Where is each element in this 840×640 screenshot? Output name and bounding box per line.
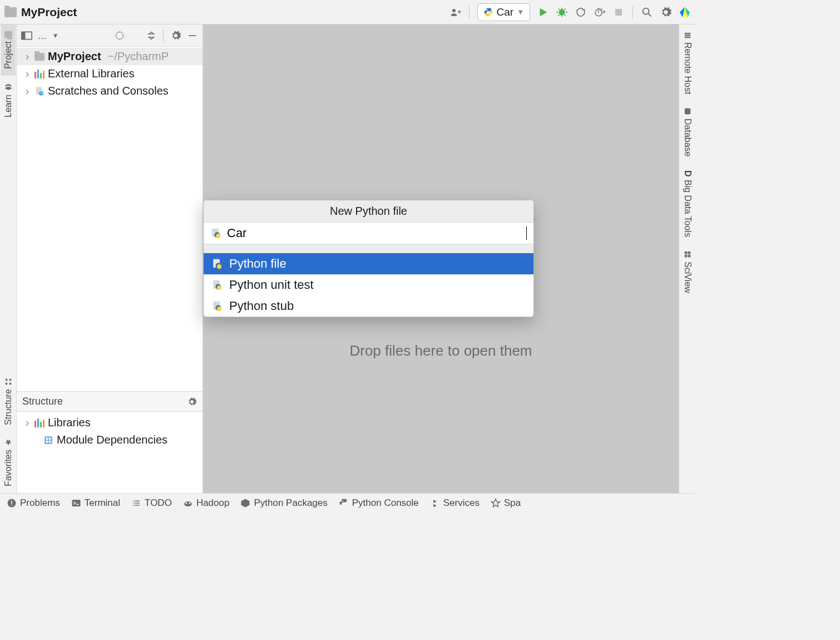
gutter-label: Structure — [3, 389, 13, 425]
gutter-tab-sciview[interactable]: SciView — [680, 244, 695, 300]
gutter-tab-favorites[interactable]: Favorites — [1, 432, 16, 493]
bottom-hadoop[interactable]: Hadoop — [183, 498, 230, 509]
big-data-icon: D — [683, 170, 693, 177]
run-config-selector[interactable]: Car ▼ — [477, 3, 531, 21]
project-tree: › MyProject ~/PycharmP › External Librar… — [17, 47, 202, 391]
bottom-services[interactable]: Services — [430, 498, 480, 509]
view-mode-label[interactable]: ... — [38, 29, 47, 42]
svg-rect-39 — [688, 255, 690, 258]
bottom-todo[interactable]: TODO — [131, 498, 172, 509]
gear-icon[interactable] — [170, 30, 181, 41]
remote-icon — [684, 31, 691, 39]
chevron-right-icon[interactable]: › — [23, 50, 31, 63]
chevron-right-icon[interactable]: › — [23, 85, 31, 97]
tree-label: Libraries — [48, 416, 91, 429]
tree-label: Scratches and Consoles — [48, 85, 169, 97]
breadcrumb-project[interactable]: MyProject — [21, 6, 77, 19]
gutter-tab-learn[interactable]: Learn — [1, 76, 16, 124]
tree-item-external-libraries[interactable]: › External Libraries — [17, 65, 202, 82]
gutter-tab-project[interactable]: Project — [1, 24, 16, 76]
svg-rect-43 — [72, 500, 80, 506]
bottom-spark[interactable]: Spa — [491, 498, 521, 509]
popup-option-python-unit-test[interactable]: Python unit test — [204, 274, 533, 296]
terminal-icon — [71, 498, 81, 508]
scratches-icon — [34, 86, 45, 96]
bottom-python-packages[interactable]: Python Packages — [240, 498, 327, 509]
gutter-tab-structure[interactable]: Structure — [1, 371, 16, 432]
gutter-label: Favorites — [3, 450, 13, 486]
popup-option-python-file[interactable]: Python file — [204, 253, 533, 274]
svg-point-31 — [217, 307, 221, 311]
collapse-all-icon[interactable] — [146, 31, 156, 41]
coverage-button[interactable] — [575, 6, 587, 18]
gutter-label: Database — [683, 119, 693, 157]
tree-item-root[interactable]: › MyProject ~/PycharmP — [17, 48, 202, 65]
popup-option-label: Python unit test — [229, 278, 314, 292]
module-icon — [43, 435, 53, 445]
chevron-right-icon[interactable]: › — [23, 416, 31, 429]
bottom-label: Python Packages — [254, 498, 327, 509]
debug-button[interactable] — [556, 6, 568, 18]
learn-icon — [4, 82, 13, 91]
users-icon[interactable]: ▾ — [449, 6, 461, 18]
hide-icon[interactable] — [187, 30, 198, 41]
svg-rect-15 — [45, 436, 52, 444]
tree-label: Module Dependencies — [57, 434, 167, 446]
gutter-label: Big Data Tools — [683, 180, 693, 237]
svg-rect-16 — [46, 437, 48, 440]
navbar: MyProject ▾ Car ▼ ▾ — [0, 0, 695, 24]
svg-rect-38 — [684, 255, 687, 258]
left-tool-gutter: Project Learn Structure Favorites — [0, 24, 17, 493]
bottom-label: TODO — [145, 498, 172, 509]
folder-icon — [4, 31, 12, 38]
editor-area: Search Everywhere Double ⇧ Drop files he… — [203, 24, 679, 493]
svg-point-0 — [487, 9, 488, 10]
popup-title: New Python file — [204, 200, 533, 223]
stop-button[interactable] — [612, 6, 625, 18]
settings-icon[interactable] — [660, 6, 672, 18]
bottom-label: Python Console — [352, 498, 419, 509]
svg-point-5 — [643, 8, 649, 14]
gear-icon[interactable] — [187, 397, 197, 407]
bottom-label: Terminal — [85, 498, 120, 509]
popup-option-python-stub[interactable]: Python stub — [204, 296, 533, 317]
tree-item-scratches[interactable]: › Scratches and Consoles — [17, 82, 202, 100]
structure-item-libraries[interactable]: › Libraries — [17, 414, 202, 431]
gutter-tab-remote-host[interactable]: Remote Host — [680, 24, 695, 101]
bottom-label: Spa — [504, 498, 521, 509]
expand-all-icon[interactable] — [131, 31, 141, 41]
tree-path: ~/PycharmP — [108, 50, 169, 63]
separator — [633, 6, 633, 19]
libraries-icon — [34, 70, 45, 78]
bottom-problems[interactable]: Problems — [7, 498, 60, 509]
view-mode-icon[interactable] — [21, 31, 32, 40]
svg-rect-7 — [5, 383, 7, 385]
jetbrains-icon[interactable] — [679, 6, 691, 18]
svg-point-44 — [184, 501, 192, 506]
gutter-tab-database[interactable]: Database — [680, 101, 695, 164]
hadoop-icon — [183, 498, 193, 508]
svg-point-45 — [185, 502, 187, 504]
services-icon — [430, 498, 440, 508]
structure-item-module-deps[interactable]: Module Dependencies — [17, 431, 202, 449]
popup-option-label: Python stub — [229, 299, 294, 313]
svg-rect-19 — [49, 440, 51, 442]
svg-rect-4 — [615, 9, 622, 16]
chevron-down-icon[interactable]: ▼ — [52, 32, 59, 40]
bottom-terminal[interactable]: Terminal — [71, 498, 120, 509]
star-icon — [4, 439, 12, 446]
project-folder-icon — [4, 7, 17, 17]
drop-hint: Drop files here to open them — [349, 342, 532, 360]
gutter-tab-big-data[interactable]: D Big Data Tools — [680, 164, 695, 244]
profiler-button[interactable]: ▾ — [594, 6, 606, 18]
filename-input[interactable] — [227, 226, 521, 240]
svg-rect-11 — [22, 32, 26, 39]
python-icon — [483, 7, 493, 17]
bottom-python-console[interactable]: Python Console — [339, 498, 419, 509]
search-icon[interactable] — [641, 6, 653, 18]
target-icon[interactable] — [114, 30, 125, 41]
chevron-right-icon[interactable]: › — [23, 67, 31, 80]
chevron-down-icon: ▼ — [517, 8, 524, 16]
svg-rect-33 — [684, 35, 690, 36]
run-button[interactable] — [537, 6, 549, 18]
